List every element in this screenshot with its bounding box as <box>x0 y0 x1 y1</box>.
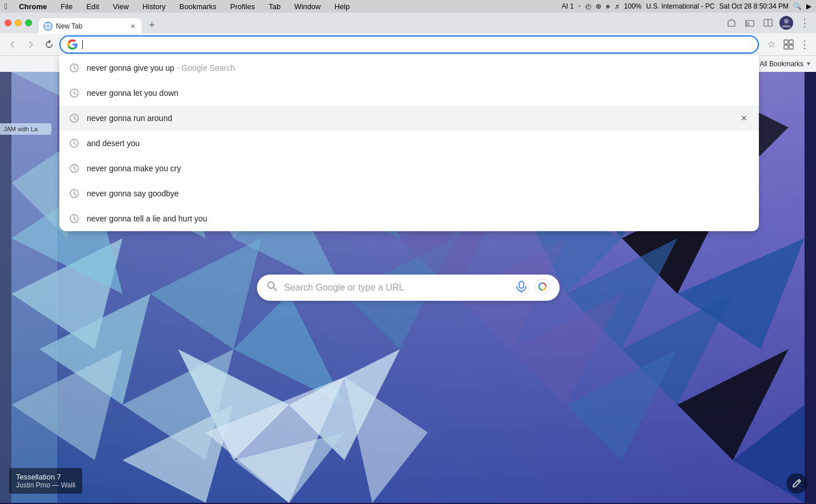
menu-bar-right: AI 1 ⋅ ◴ ⊛ ⎈ ♬ 100% U.S. International -… <box>561 2 811 10</box>
display-icon: ⎈ <box>606 2 610 10</box>
more-options-icon[interactable]: ⋮ <box>798 38 811 51</box>
autocomplete-text-0: never gonna give you up - Google Search <box>87 63 750 72</box>
split-view-icon[interactable] <box>761 16 775 30</box>
svg-line-65 <box>798 481 799 482</box>
svg-rect-19 <box>789 45 793 49</box>
profiles-menu[interactable]: Profiles <box>228 2 257 11</box>
svg-point-4 <box>746 26 747 27</box>
expand-icon[interactable] <box>725 16 738 30</box>
title-bar: New Tab ✕ + <box>0 13 816 33</box>
wallpaper-name: Tessellation 7 <box>16 473 75 481</box>
bookmarks-menu[interactable]: Bookmarks <box>177 2 219 11</box>
extensions-icon[interactable] <box>781 37 797 53</box>
autocomplete-item-1[interactable]: never gonna let you down <box>59 80 759 106</box>
clock-icon-5 <box>69 188 80 199</box>
all-bookmarks-label[interactable]: All Bookmarks <box>759 60 803 68</box>
edit-menu[interactable]: Edit <box>84 2 101 11</box>
edit-wallpaper-button[interactable] <box>786 473 807 494</box>
page-search-container: Search Google or type a URL <box>257 275 560 301</box>
bookmark-icon[interactable]: ☆ <box>763 37 779 53</box>
clock-icon-2 <box>69 112 80 124</box>
autocomplete-item-5[interactable]: never gonna say goodbye <box>59 181 759 206</box>
svg-rect-18 <box>784 45 788 49</box>
wallpaper-label: Tessellation 7 Justin Prno — Walli <box>9 468 82 494</box>
left-sidebar-hint <box>0 72 57 503</box>
history-menu[interactable]: History <box>140 2 168 11</box>
page-search-mic-icon[interactable] <box>515 280 528 295</box>
time-machine-icon: ◴ <box>585 2 591 10</box>
menu-bar:  Chrome File Edit View History Bookmark… <box>0 0 816 13</box>
jam-sidebar-label: JAM with La <box>0 123 51 135</box>
control-center-icon[interactable]: ▶ <box>806 2 811 10</box>
svg-rect-3 <box>746 21 754 26</box>
svg-line-60 <box>274 288 276 291</box>
apple-menu[interactable]:  <box>5 2 7 11</box>
cursor-blink <box>82 40 83 49</box>
file-menu[interactable]: File <box>58 2 75 11</box>
autocomplete-dropdown: never gonna give you up - Google Search … <box>59 55 759 231</box>
cast-icon[interactable] <box>743 16 757 30</box>
help-menu[interactable]: Help <box>332 2 352 11</box>
clock-icon-0 <box>69 62 80 74</box>
chrome-window: New Tab ✕ + <box>0 13 816 504</box>
battery-status: 100% <box>624 2 642 10</box>
autocomplete-item-3[interactable]: and desert you <box>59 131 759 156</box>
tab-bar: New Tab ✕ + <box>39 13 722 33</box>
menu-bar-left:  Chrome File Edit View History Bookmark… <box>5 2 352 11</box>
forward-button[interactable] <box>23 37 39 53</box>
traffic-lights <box>5 19 32 26</box>
window-menu[interactable]: Window <box>292 2 323 11</box>
autocomplete-text-4: never gonna make you cry <box>87 164 750 173</box>
datetime: Sat Oct 28 8:50:34 PM <box>719 2 789 10</box>
svg-point-8 <box>784 19 789 23</box>
sound-icon: ♬ <box>614 2 620 10</box>
bluetooth-icon: ⋅ <box>578 2 581 10</box>
clock-icon-6 <box>69 213 80 224</box>
autocomplete-text-6: never gonna tell a lie and hurt you <box>87 214 750 223</box>
toolbar: never gonna give you up - Google Search … <box>0 33 816 56</box>
page-search-bar[interactable]: Search Google or type a URL <box>257 275 560 301</box>
address-bar-container: never gonna give you up - Google Search … <box>59 35 759 54</box>
svg-rect-61 <box>519 281 524 288</box>
svg-point-63 <box>535 279 550 294</box>
autocomplete-item-2[interactable]: never gonna run around ✕ <box>59 106 759 131</box>
autocomplete-item-6[interactable]: never gonna tell a lie and hurt you <box>59 206 759 231</box>
chrome-menu[interactable]: Chrome <box>17 2 49 11</box>
autocomplete-remove-2[interactable]: ✕ <box>738 112 750 124</box>
autocomplete-text-2: never gonna run around <box>87 114 731 123</box>
spotlight-icon[interactable]: 🔍 <box>793 2 802 10</box>
close-button[interactable] <box>5 19 11 26</box>
tab-close-button[interactable]: ✕ <box>128 22 137 31</box>
back-button[interactable] <box>5 37 21 53</box>
svg-rect-17 <box>789 40 793 44</box>
bookmarks-expand-icon: ▼ <box>806 61 811 67</box>
tab-menu[interactable]: Tab <box>266 2 283 11</box>
more-menu-icon[interactable]: ⋮ <box>798 16 811 30</box>
tab-favicon <box>43 22 53 31</box>
tab-title: New Tab <box>56 22 124 30</box>
address-bar[interactable] <box>59 35 759 54</box>
keyboard-layout: U.S. International - PC <box>646 2 715 10</box>
active-tab[interactable]: New Tab ✕ <box>39 18 142 34</box>
profile-avatar[interactable] <box>779 16 793 30</box>
google-icon <box>67 39 78 50</box>
page-search-icon <box>266 280 278 295</box>
autocomplete-text-5: never gonna say goodbye <box>87 189 750 198</box>
view-menu[interactable]: View <box>111 2 131 11</box>
refresh-button[interactable] <box>41 37 57 53</box>
autocomplete-item-4[interactable]: never gonna make you cry <box>59 156 759 181</box>
page-search-placeholder: Search Google or type a URL <box>284 283 508 293</box>
autocomplete-text-3: and desert you <box>87 139 750 148</box>
autocomplete-text-1: never gonna let you down <box>87 88 750 98</box>
clock-icon-4 <box>69 163 80 174</box>
page-search-lens-icon[interactable] <box>534 279 550 297</box>
autocomplete-item-0[interactable]: never gonna give you up - Google Search <box>59 55 759 80</box>
toolbar-right: ☆ ⋮ <box>763 37 811 53</box>
minimize-button[interactable] <box>15 19 22 26</box>
wifi-icon: ⊛ <box>596 2 601 10</box>
clock-icon-3 <box>69 138 80 149</box>
new-tab-button[interactable]: + <box>144 17 160 33</box>
title-bar-right: ⋮ <box>725 16 811 30</box>
maximize-button[interactable] <box>25 19 32 26</box>
wallpaper-author: Justin Prno — Walli <box>16 481 75 489</box>
